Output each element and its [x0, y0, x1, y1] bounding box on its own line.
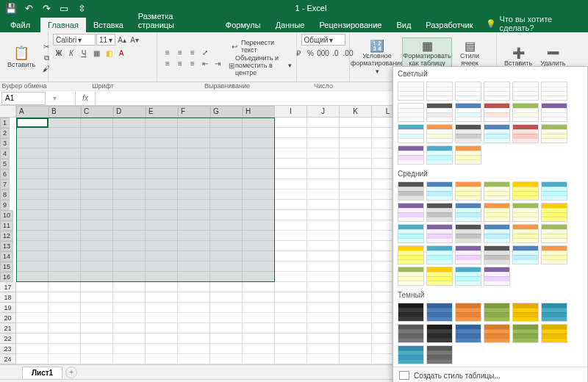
table-style-swatch[interactable] — [426, 303, 453, 322]
cell[interactable] — [178, 118, 210, 128]
redo-icon[interactable]: ↷ — [38, 1, 54, 15]
cell[interactable] — [210, 138, 243, 148]
cell[interactable] — [113, 323, 146, 334]
cell[interactable] — [340, 169, 372, 179]
cell[interactable] — [81, 272, 113, 282]
cell[interactable] — [113, 334, 146, 344]
cell[interactable] — [275, 190, 307, 200]
tab-formulas[interactable]: Формулы — [218, 18, 268, 32]
cell[interactable] — [81, 179, 113, 190]
table-style-swatch[interactable] — [484, 103, 510, 122]
cell[interactable] — [113, 169, 146, 179]
save-icon[interactable]: 💾 — [3, 1, 19, 15]
cell[interactable] — [113, 272, 146, 282]
name-box[interactable]: A1 — [1, 92, 46, 105]
tab-developer[interactable]: Разработчик — [418, 18, 480, 32]
cell[interactable] — [113, 220, 146, 231]
cell[interactable] — [210, 334, 243, 344]
cell[interactable] — [113, 292, 146, 303]
table-style-swatch[interactable] — [541, 203, 567, 222]
cell[interactable] — [146, 138, 178, 148]
row-header[interactable]: 9 — [0, 200, 10, 210]
table-style-swatch[interactable] — [398, 181, 424, 201]
cell[interactable] — [81, 354, 113, 364]
cell[interactable] — [178, 323, 210, 334]
cell[interactable] — [81, 251, 113, 262]
table-style-swatch[interactable] — [398, 82, 424, 101]
table-style-swatch[interactable] — [455, 224, 481, 243]
cell[interactable] — [146, 148, 178, 159]
font-name-select[interactable]: Calibri▾ — [53, 34, 96, 46]
row-header[interactable]: 2 — [0, 128, 10, 138]
cell[interactable] — [81, 231, 113, 241]
cell[interactable] — [275, 179, 307, 190]
cell[interactable] — [243, 190, 275, 200]
table-style-swatch[interactable] — [426, 345, 453, 364]
cell[interactable] — [210, 262, 243, 272]
cell[interactable] — [307, 220, 340, 231]
undo-icon[interactable]: ↶ — [21, 1, 37, 15]
table-style-swatch[interactable] — [541, 103, 567, 122]
new-table-style[interactable]: Создать стиль таблицы... — [393, 367, 587, 382]
cell[interactable] — [16, 272, 49, 282]
cell[interactable] — [49, 118, 81, 128]
table-style-swatch[interactable] — [455, 324, 481, 343]
cell[interactable] — [49, 148, 81, 159]
cell[interactable] — [340, 241, 372, 251]
touch-icon[interactable]: ⇳ — [74, 1, 90, 15]
wrap-text-button[interactable]: ↩Перенести текст — [229, 39, 292, 54]
cell[interactable] — [113, 231, 146, 241]
cell[interactable] — [49, 200, 81, 210]
italic-icon[interactable]: К — [65, 48, 77, 58]
cell[interactable] — [243, 210, 275, 220]
cell[interactable] — [81, 241, 113, 251]
cell[interactable] — [49, 303, 81, 313]
cell[interactable] — [49, 138, 81, 148]
cell[interactable] — [243, 292, 275, 303]
cell[interactable] — [178, 282, 210, 292]
row-header[interactable]: 16 — [0, 272, 13, 282]
percent-icon[interactable]: % — [305, 48, 317, 58]
cell[interactable] — [340, 138, 372, 148]
cell[interactable] — [81, 334, 113, 344]
cell[interactable] — [178, 159, 210, 169]
cell[interactable] — [275, 118, 307, 128]
table-style-swatch[interactable] — [455, 124, 481, 143]
cell[interactable] — [113, 251, 146, 262]
tab-home[interactable]: Главная — [40, 18, 86, 32]
cell[interactable] — [113, 118, 146, 128]
cell[interactable] — [146, 303, 178, 313]
cell[interactable] — [113, 200, 146, 210]
cell[interactable] — [243, 231, 275, 241]
cell[interactable] — [81, 128, 113, 138]
table-style-swatch[interactable] — [398, 245, 424, 264]
cell[interactable] — [146, 200, 178, 210]
tab-layout[interactable]: Разметка страницы — [131, 9, 218, 32]
table-style-swatch[interactable] — [512, 82, 539, 101]
cell[interactable] — [113, 179, 146, 190]
cell[interactable] — [243, 323, 275, 334]
cell[interactable] — [16, 282, 49, 292]
cell[interactable] — [16, 241, 49, 251]
cell[interactable] — [243, 334, 275, 344]
cell[interactable] — [307, 334, 340, 344]
cell[interactable] — [243, 200, 275, 210]
cell[interactable] — [49, 334, 81, 344]
cell[interactable] — [113, 282, 146, 292]
fill-icon[interactable]: ◧ — [103, 48, 115, 58]
table-style-swatch[interactable] — [455, 267, 481, 286]
cell[interactable] — [16, 334, 49, 344]
tab-file[interactable]: Файл — [0, 18, 40, 32]
cell[interactable] — [146, 344, 178, 354]
table-style-swatch[interactable] — [541, 181, 567, 201]
cell[interactable] — [340, 282, 372, 292]
fontcolor-icon[interactable]: A — [115, 48, 127, 58]
cell[interactable] — [307, 354, 340, 364]
cell[interactable] — [113, 354, 146, 364]
cell[interactable] — [178, 272, 210, 282]
cell[interactable] — [146, 118, 178, 128]
cell[interactable] — [113, 241, 146, 251]
cell[interactable] — [307, 200, 340, 210]
cell[interactable] — [146, 231, 178, 241]
cell[interactable] — [340, 344, 372, 354]
